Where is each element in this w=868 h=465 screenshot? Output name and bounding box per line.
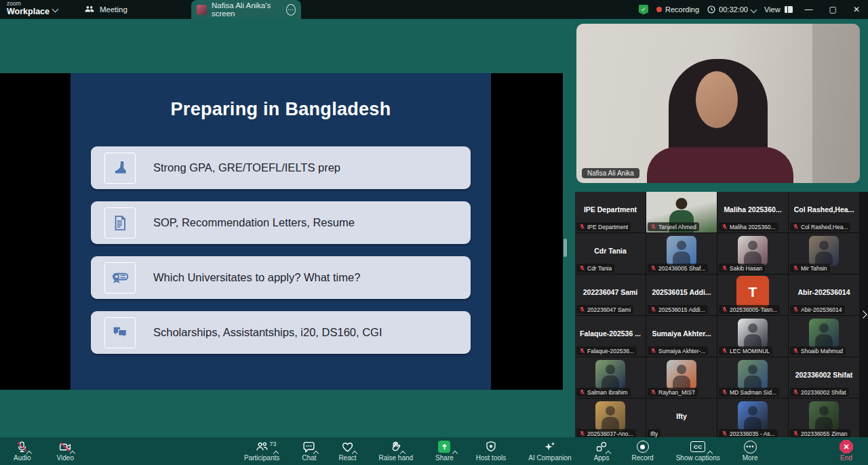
meeting-toolbar: Audio Video xyxy=(0,437,868,465)
speaker-name-badge: Nafisa Ali Anika xyxy=(582,168,639,178)
host-tools-button[interactable]: Host tools xyxy=(471,437,511,462)
next-participants-page-button[interactable] xyxy=(859,308,867,321)
participant-name-label: 202336002 Shifat xyxy=(790,388,849,397)
participant-tile-202236047-sami[interactable]: 202236047 Sami 202236047 Sami xyxy=(575,275,646,315)
participants-chevron[interactable] xyxy=(274,446,278,458)
participant-tile-ifty[interactable]: Ifty Ifty xyxy=(646,399,717,437)
participant-name-label: Tanjeel Ahmed xyxy=(648,222,699,231)
share-button[interactable]: Share xyxy=(430,437,459,462)
tab-meeting[interactable]: Meeting xyxy=(80,0,132,19)
chevron-down-icon[interactable] xyxy=(750,6,757,13)
mic-muted-icon xyxy=(650,224,656,230)
mic-muted-icon xyxy=(722,348,728,354)
participant-photo xyxy=(595,360,625,390)
video-options-chevron[interactable] xyxy=(71,446,75,458)
participant-tile-maliha-2025360[interactable]: Maliha 2025360... Maliha 2025360... xyxy=(717,192,788,232)
mic-muted-icon xyxy=(793,306,799,312)
share-chevron[interactable] xyxy=(453,446,457,458)
audio-button[interactable]: Audio xyxy=(8,437,37,462)
participant-tile-cdr-tania[interactable]: Cdr Tania Cdr Tania xyxy=(575,233,646,274)
participant-tile-tanjeel-ahmed[interactable]: Tanjeel Ahmed xyxy=(646,192,717,232)
participant-tile-202536037-ano[interactable]: 202536037-Ano... xyxy=(575,399,646,437)
slide-bullet-2: SOP, Recommendation Letters, Resume xyxy=(91,201,471,244)
react-chevron[interactable] xyxy=(353,446,357,458)
raise-hand-button[interactable]: Raise hand xyxy=(374,437,419,462)
more-button[interactable]: ••• More xyxy=(737,437,764,462)
participant-tile-202336002-shifat[interactable]: 202336002 Shifat 202336002 Shifat xyxy=(789,357,859,398)
participant-tile-col-rashed-hea[interactable]: Col Rashed,Hea... Col Rashed,Hea... xyxy=(789,192,859,232)
mic-muted-icon xyxy=(722,389,728,395)
panel-resize-handle[interactable] xyxy=(564,239,567,257)
mic-muted-icon xyxy=(650,306,656,312)
participant-tile-202536005-tasn[interactable]: T 202536005-Tasn... xyxy=(717,275,788,315)
raise-hand-chevron[interactable] xyxy=(401,446,405,458)
title-bar: zoom Workplace Meeting Nafisa Ali Anika'… xyxy=(0,0,868,19)
participant-tile-sakib-hasan[interactable]: Sakib Hasan xyxy=(717,233,788,274)
ai-companion-button[interactable]: AI Companion xyxy=(523,437,576,462)
mic-muted-icon xyxy=(579,224,585,230)
view-button[interactable]: View xyxy=(764,5,793,14)
participant-tile-202336055-ziman[interactable]: 202336055 Ziman xyxy=(789,399,859,437)
participant-name-text: 202536015 Addi... xyxy=(650,288,713,296)
mic-muted-icon xyxy=(650,348,656,354)
participants-button[interactable]: 73 Participants xyxy=(239,437,285,462)
meeting-timer[interactable]: 00:32:00 xyxy=(707,5,756,14)
participant-photo xyxy=(809,319,839,348)
maximize-button[interactable]: ▢ xyxy=(825,5,841,14)
end-meeting-button[interactable]: ✕ End xyxy=(834,437,859,462)
ai-sparkle-icon xyxy=(543,441,556,453)
participant-tile-mir-tahsin[interactable]: Mir Tahsin xyxy=(789,233,859,274)
participant-tile-salman-ibrahim[interactable]: Salman Ibrahim xyxy=(575,357,646,398)
tab-screen-share[interactable]: Nafisa Ali Anika's screen ⋯ xyxy=(191,0,301,19)
participant-tile-202336035-as[interactable]: 202336035 - As... xyxy=(717,399,788,437)
show-captions-button[interactable]: CC Show captions xyxy=(671,437,726,462)
participant-name-text: Sumaiya Akhter... xyxy=(650,329,713,338)
participant-name-label: Cdr Tania xyxy=(576,264,614,272)
record-button[interactable]: Record xyxy=(626,437,658,462)
slide-bullet-text: Scholarships, Assistantships, i20, DS160… xyxy=(153,326,382,339)
participants-grid: IPE Department IPE Department Tanjeel Ah… xyxy=(575,192,859,437)
participant-name-label: Maliha 2025360... xyxy=(719,222,778,231)
security-shield-icon[interactable]: ✓ xyxy=(639,5,648,15)
clock-icon xyxy=(707,5,715,14)
slide-bullet-3: Which Universitates to apply? What time? xyxy=(91,256,471,299)
apps-chevron[interactable] xyxy=(606,446,610,458)
participant-tile-shoaib-mahmud[interactable]: Shoaib Mahmud xyxy=(789,316,859,357)
chat-chevron[interactable] xyxy=(314,446,318,458)
slide-bullet-text: SOP, Recommendation Letters, Resume xyxy=(153,216,355,229)
captions-chevron[interactable] xyxy=(708,446,712,458)
logo-zoom-text: zoom xyxy=(7,1,50,7)
audio-options-chevron[interactable] xyxy=(27,446,31,458)
participant-tile-md-sadman-sid[interactable]: MD Sadman Sid... xyxy=(717,357,788,398)
react-button[interactable]: React xyxy=(333,437,361,462)
participant-tile-202536015-addi[interactable]: 202536015 Addi... 202536015 Addi... xyxy=(646,275,717,315)
participant-tile-lec-mominul[interactable]: LEC MOMINUL xyxy=(717,316,788,357)
participant-tile-falaque-202536[interactable]: Falaque-202536 ... Falaque-202536... xyxy=(575,316,646,357)
participant-tile-sumaiya-akhter[interactable]: Sumaiya Akhter... Sumaiya Akhter-... xyxy=(646,316,717,357)
participant-photo xyxy=(738,236,768,266)
chat-button[interactable]: Chat xyxy=(296,437,321,462)
participant-tile-202436005-shaf[interactable]: 202436005 Shaf... xyxy=(646,233,717,274)
recording-dot-icon xyxy=(656,7,662,12)
diploma-icon xyxy=(104,262,136,294)
apps-button[interactable]: Apps xyxy=(589,437,615,462)
participant-name-label: 202336055 Ziman xyxy=(790,429,850,437)
participant-tile-rayhan-mist[interactable]: Rayhan_MIST xyxy=(646,357,717,398)
video-button[interactable]: Video xyxy=(52,437,79,462)
share-screen-icon xyxy=(438,441,450,453)
participant-tile-abir-202536014[interactable]: Abir-202536014 Abir-202536014 xyxy=(789,275,859,315)
participant-tile-ipe-department[interactable]: IPE Department IPE Department xyxy=(575,192,646,232)
chevron-down-icon[interactable] xyxy=(52,6,59,13)
participant-name-label: LEC MOMINUL xyxy=(719,346,772,355)
participant-name-label: 202536015 Addi... xyxy=(648,305,708,314)
tab-meeting-label: Meeting xyxy=(100,5,127,14)
recording-label: Recording xyxy=(665,5,699,14)
participant-name-label: 202536037-Ano... xyxy=(576,429,636,437)
close-button[interactable]: ✕ xyxy=(849,5,864,14)
boot-icon xyxy=(104,153,136,184)
tab-options-icon[interactable]: ⋯ xyxy=(286,4,296,16)
participant-name-text: IPE Department xyxy=(582,205,639,214)
mic-muted-icon xyxy=(722,430,728,437)
speaker-video-tile[interactable]: Nafisa Ali Anika xyxy=(576,24,860,183)
minimize-button[interactable]: — xyxy=(801,5,817,14)
